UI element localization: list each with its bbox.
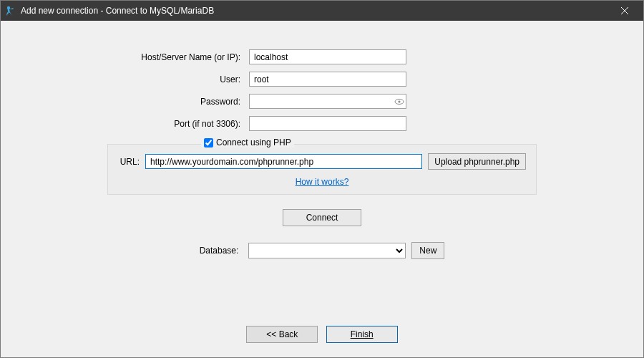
port-input[interactable] [249, 116, 406, 131]
php-group: Connect using PHP URL: Upload phprunner.… [107, 144, 537, 195]
connect-button[interactable]: Connect [283, 209, 361, 226]
url-label: URL: [118, 157, 140, 167]
close-icon [621, 7, 628, 14]
window-title: Add new connection - Connect to MySQL/Ma… [21, 6, 214, 16]
url-row: URL: Upload phprunner.php [118, 153, 526, 170]
finish-button[interactable]: Finish [326, 326, 398, 343]
dialog-body: Host/Server Name (or IP): User: Password… [1, 21, 643, 357]
host-row: Host/Server Name (or IP): [93, 49, 551, 64]
app-icon [5, 5, 16, 16]
svg-point-0 [7, 6, 10, 9]
close-button[interactable] [609, 1, 640, 21]
how-it-works-row: How it works? [118, 177, 526, 187]
connect-row: Connect [1, 209, 643, 226]
svg-rect-1 [8, 9, 10, 13]
upload-button[interactable]: Upload phprunner.php [428, 153, 526, 170]
connect-php-label: Connect using PHP [216, 137, 291, 147]
svg-point-5 [398, 100, 400, 102]
dialog-window: Add new connection - Connect to MySQL/Ma… [0, 0, 644, 358]
password-row: Password: [93, 94, 551, 109]
port-label: Port (if not 3306): [93, 119, 249, 129]
back-button[interactable]: << Back [246, 326, 318, 343]
host-label: Host/Server Name (or IP): [93, 52, 249, 62]
connect-php-checkbox[interactable] [204, 138, 213, 147]
host-input[interactable] [249, 49, 406, 64]
reveal-password-button[interactable] [392, 94, 406, 109]
database-label: Database: [200, 246, 239, 256]
database-select[interactable] [248, 243, 406, 258]
password-label: Password: [93, 97, 249, 107]
footer: << Back Finish [1, 326, 643, 343]
user-row: User: [93, 72, 551, 87]
php-legend: Connect using PHP [201, 137, 294, 147]
user-label: User: [93, 74, 249, 84]
database-row: Database: New [1, 242, 643, 259]
url-input[interactable] [145, 154, 422, 169]
password-input[interactable] [249, 94, 392, 109]
connection-form: Host/Server Name (or IP): User: Password… [93, 49, 551, 131]
how-it-works-link[interactable]: How it works? [296, 177, 349, 187]
user-input[interactable] [249, 72, 406, 87]
new-database-button[interactable]: New [411, 242, 444, 259]
port-row: Port (if not 3306): [93, 116, 551, 131]
titlebar: Add new connection - Connect to MySQL/Ma… [1, 1, 643, 21]
eye-icon [394, 98, 404, 105]
